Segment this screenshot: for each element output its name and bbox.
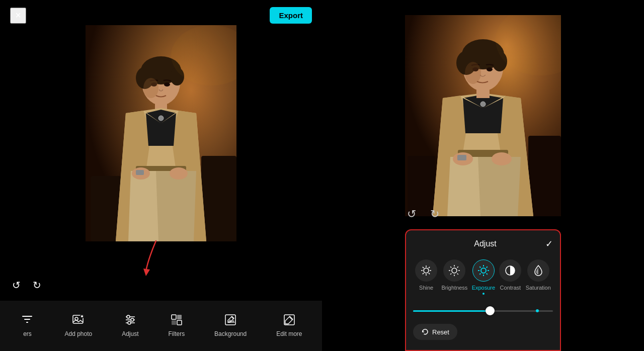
close-button[interactable]: ×	[10, 8, 26, 24]
adjust-tool-shine[interactable]: Shine	[415, 259, 437, 296]
slider-track	[413, 310, 553, 312]
add-photo-icon	[71, 312, 86, 327]
svg-point-16	[143, 78, 158, 98]
svg-rect-34	[177, 315, 182, 319]
svg-point-60	[424, 268, 429, 273]
svg-line-66	[429, 273, 430, 274]
svg-rect-56	[457, 155, 466, 160]
contrast-label: Contrast	[500, 285, 521, 291]
svg-point-15	[164, 82, 170, 86]
redo-button[interactable]: ↻	[31, 277, 43, 293]
left-topbar: × Export	[0, 0, 322, 31]
svg-point-30	[131, 318, 134, 321]
svg-rect-36	[177, 320, 182, 325]
toolbar-label-adjust: Adjust	[122, 330, 138, 337]
svg-rect-2	[91, 176, 121, 241]
svg-line-67	[429, 267, 430, 268]
right-undo-button[interactable]: ↺	[405, 206, 418, 223]
right-photo	[405, 15, 561, 216]
svg-point-32	[128, 321, 131, 324]
adjust-tool-saturation[interactable]: Saturation	[526, 259, 551, 296]
toolbar-item-edit-more[interactable]: Edit more	[276, 312, 302, 337]
svg-line-76	[457, 267, 458, 268]
toolbar-item-background[interactable]: Background	[214, 312, 247, 337]
adjust-header: Adjust ✓	[413, 238, 553, 249]
right-panel: ↺ ↻ Adjust ✓	[322, 0, 644, 351]
export-button[interactable]: Export	[270, 7, 312, 24]
toolbar-item-filters-partial[interactable]: ers	[20, 312, 35, 337]
slider-thumb[interactable]	[486, 306, 495, 315]
svg-rect-26	[82, 315, 83, 317]
svg-point-59	[465, 62, 481, 84]
exposure-label: Exposure	[472, 285, 495, 291]
svg-rect-19	[22, 316, 32, 317]
exposure-icon	[472, 259, 495, 282]
left-photo	[86, 25, 236, 241]
arrow-annotation	[141, 238, 171, 281]
exposure-slider[interactable]	[413, 306, 553, 316]
filters-partial-icon	[20, 312, 35, 327]
shine-icon	[415, 259, 437, 282]
undo-button[interactable]: ↺	[10, 277, 23, 293]
slider-marker	[536, 309, 539, 312]
reset-button[interactable]: Reset	[413, 324, 457, 340]
confirm-button[interactable]: ✓	[545, 238, 553, 249]
toolbar-item-filters[interactable]: Filters	[168, 312, 185, 337]
svg-line-68	[423, 273, 424, 274]
right-controls: ↺ ↻	[405, 206, 441, 223]
svg-rect-21	[26, 322, 28, 323]
exposure-active-dot	[482, 293, 485, 295]
right-redo-button[interactable]: ↻	[428, 206, 441, 223]
slider-fill	[413, 310, 490, 312]
adjust-panel: Adjust ✓	[405, 229, 561, 351]
undo-redo-group: ↺ ↻	[10, 277, 43, 293]
toolbar-label-filters: ers	[23, 330, 32, 337]
adjust-tool-contrast[interactable]: Contrast	[499, 259, 521, 296]
adjust-tools: Shine	[413, 259, 553, 296]
svg-rect-3	[201, 156, 236, 241]
svg-rect-35	[172, 320, 176, 325]
svg-line-83	[479, 267, 480, 268]
saturation-label: Saturation	[526, 285, 551, 291]
svg-rect-12	[136, 170, 144, 175]
svg-line-65	[423, 267, 424, 268]
toolbar-item-add-photo[interactable]: Add photo	[64, 312, 92, 337]
brightness-icon	[443, 259, 465, 282]
left-panel: × Export	[0, 0, 322, 351]
svg-line-74	[451, 267, 452, 268]
svg-line-77	[451, 274, 452, 275]
svg-point-52	[487, 67, 493, 71]
svg-rect-45	[528, 136, 561, 216]
svg-point-55	[492, 152, 512, 165]
adjust-icon	[123, 312, 138, 327]
left-toolbar: ers Add photo	[0, 301, 322, 351]
adjust-tool-brightness[interactable]: Brightness	[441, 259, 467, 296]
svg-line-84	[487, 274, 488, 275]
edit-more-icon	[282, 312, 297, 327]
svg-rect-20	[24, 319, 30, 320]
svg-line-86	[479, 274, 480, 275]
svg-point-28	[127, 315, 130, 318]
reset-label: Reset	[432, 328, 449, 336]
svg-marker-18	[143, 269, 150, 276]
filters-icon	[169, 312, 184, 327]
toolbar-item-adjust[interactable]: Adjust	[122, 312, 138, 337]
saturation-icon	[527, 259, 549, 282]
toolbar-label-add-photo: Add photo	[64, 330, 92, 337]
reset-icon	[421, 328, 429, 336]
background-icon	[223, 312, 238, 327]
svg-point-69	[452, 268, 457, 273]
toolbar-label-edit-more: Edit more	[276, 330, 302, 337]
svg-line-85	[487, 267, 488, 268]
toolbar-label-filters2: Filters	[168, 330, 185, 337]
brightness-label: Brightness	[441, 285, 467, 291]
svg-point-11	[170, 167, 188, 180]
shine-label: Shine	[419, 285, 433, 291]
toolbar-label-background: Background	[214, 330, 247, 337]
svg-point-13	[158, 116, 164, 121]
svg-rect-50	[476, 87, 490, 98]
adjust-tool-exposure[interactable]: Exposure	[472, 259, 495, 296]
svg-rect-33	[172, 315, 176, 319]
adjust-title: Adjust	[425, 239, 545, 248]
contrast-icon	[499, 259, 521, 282]
